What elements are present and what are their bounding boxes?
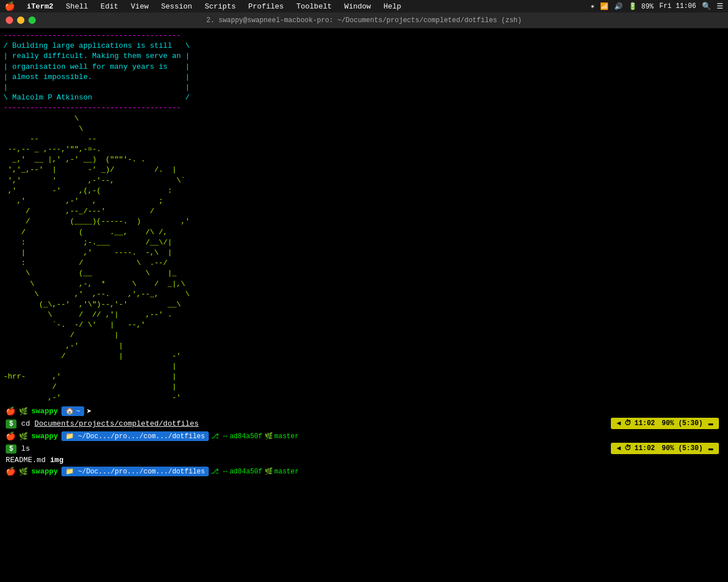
cd-command: cd Documents/projects/completed/dotfiles (21, 419, 198, 428)
path-badge-3: 📁 ~/Doc.../pro.../com.../dotfiles (61, 431, 209, 441)
menu-toolbelt[interactable]: Toolbelt (294, 2, 334, 11)
prompt-line-1: 🍎 🌿 swappy 🏠 ~ ➤ (3, 405, 725, 418)
apple-logo: 🍎 (5, 1, 15, 12)
close-button[interactable] (6, 16, 13, 24)
commit-hash-3: ad84a50f (230, 433, 263, 440)
prompt-line-4: $ ls ⏱ 11:02 90% (5:30) ▬ (3, 443, 725, 455)
time-badge-1: ⏱ 11:02 90% (5:30) ▬ (611, 418, 719, 429)
bar-icon-1: ▬ (709, 419, 713, 428)
window-title: 2. swappy@swapneel-macbook-pro: ~/Docume… (206, 16, 522, 24)
arrow-icon-1: ➤ (86, 406, 92, 417)
terminal-output: ----------------------------------------… (3, 31, 725, 403)
branch-icon-3: 🌿 (264, 432, 273, 440)
tilde: ~ (76, 408, 80, 415)
menu-scripts[interactable]: Scripts (202, 2, 238, 11)
branch-name-5: master (274, 468, 299, 476)
menu-bar: 🍎 iTerm2 Shell Edit View Session Scripts… (0, 0, 728, 13)
username-3: swappy (31, 432, 58, 440)
title-bar: 2. swappy@swapneel-macbook-pro: ~/Docume… (0, 13, 728, 28)
volume-icon: 🔊 (614, 2, 623, 11)
prompt-line-3: 🍎 🌿 swappy 📁 ~/Doc.../pro.../com.../dotf… (3, 430, 725, 443)
menu-shell[interactable]: Shell (64, 2, 90, 11)
readme-file: README.md (6, 456, 46, 464)
control-icon[interactable]: ☰ (717, 2, 723, 11)
prompt-line-2: $ cd Documents/projects/completed/dotfil… (3, 418, 725, 430)
path-badge-5: 📁 ~/Doc.../pro.../com.../dotfiles (61, 467, 209, 476)
menu-help[interactable]: Help (381, 2, 403, 11)
apple-icon-1: 🍎 (6, 406, 15, 416)
time-value-1: 11:02 (635, 419, 655, 427)
dollar-badge-2: $ (6, 444, 16, 454)
terminal-window: 2. swappy@swapneel-macbook-pro: ~/Docume… (0, 13, 728, 582)
home-icon: 🏠 (65, 407, 74, 415)
dollar-badge-1: $ (6, 419, 16, 429)
apple-icon-5: 🍎 (6, 467, 15, 476)
menu-edit[interactable]: Edit (98, 2, 121, 11)
username-1: swappy (31, 407, 58, 415)
menu-bar-right: ✶ 📶 🔊 🔋 89% Fri 11:06 🔍 ☰ (590, 2, 723, 11)
bar-icon-2: ▬ (709, 444, 713, 453)
git-icons-3: ⎇ ↔ (211, 432, 227, 440)
home-badge-1: 🏠 ~ (61, 406, 84, 416)
commit-hash-5: ad84a50f (230, 468, 263, 476)
wifi-icon: 📶 (600, 2, 609, 11)
bluetooth-icon: ✶ (590, 2, 594, 11)
terminal-content[interactable]: ----------------------------------------… (0, 28, 728, 582)
prompt-line-5: 🍎 🌿 swappy 📁 ~/Doc.../pro.../com.../dotf… (3, 465, 725, 478)
pct-value-2: 90% (5:30) (662, 444, 703, 452)
menu-profiles[interactable]: Profiles (246, 2, 286, 11)
menu-session[interactable]: Session (159, 2, 195, 11)
time-badge-2: ⏱ 11:02 90% (5:30) ▬ (611, 443, 719, 454)
clock-icon-1: ⏱ (624, 419, 631, 427)
clock-icon-2: ⏱ (624, 444, 631, 452)
img-dir: img (50, 456, 63, 464)
ls-output: README.md img (3, 455, 725, 465)
branch-name-3: master (274, 433, 299, 440)
username-5: swappy (31, 467, 58, 476)
prompts-area: 🍎 🌿 swappy 🏠 ~ ➤ $ cd Documents/projects… (3, 405, 725, 478)
branch-icon-5: 🌿 (264, 467, 273, 476)
search-icon[interactable]: 🔍 (702, 2, 711, 11)
clock: Fri 11:06 (659, 2, 696, 10)
leaf-icon-5: 🌿 (19, 467, 28, 476)
git-icons-5: ⎇ ↔ (211, 467, 227, 476)
leaf-icon-1: 🌿 (19, 407, 28, 416)
leaf-icon-3: 🌿 (19, 432, 28, 441)
menu-window[interactable]: Window (342, 2, 373, 11)
time-value-2: 11:02 (635, 444, 655, 452)
battery-indicator: 🔋 89% (628, 2, 653, 11)
window-controls (6, 16, 36, 24)
menu-iterm2[interactable]: iTerm2 (24, 2, 56, 11)
minimize-button[interactable] (17, 16, 24, 24)
maximize-button[interactable] (28, 16, 36, 24)
apple-icon-3: 🍎 (6, 431, 15, 441)
pct-value-1: 90% (5:30) (662, 419, 703, 427)
ls-command: ls (21, 444, 30, 453)
menu-view[interactable]: View (129, 2, 151, 11)
